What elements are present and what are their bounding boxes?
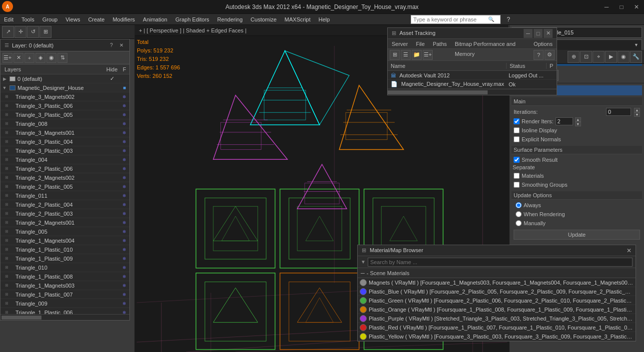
- layer-item[interactable]: ⊞ Triangle_2_Plastic_006 ❄: [0, 164, 129, 173]
- material-row[interactable]: Plastic_Blue ( VRayMtl ) [Foursquare_2_P…: [358, 287, 636, 296]
- material-search-input[interactable]: [368, 258, 633, 267]
- layer-item[interactable]: ⊞ Triangle_3_Magnets001 ❄: [0, 128, 129, 137]
- iterations-down[interactable]: ▼: [634, 112, 640, 117]
- at-tool-3[interactable]: 📁: [412, 50, 422, 60]
- menu-item-edit[interactable]: Edit: [0, 14, 17, 25]
- asset-scrollbar-thumb[interactable]: [388, 90, 488, 94]
- smooth-result-checkbox[interactable]: [514, 157, 520, 163]
- layer-item[interactable]: ⊞ Triangle_3_Magnets002 ❄: [0, 92, 129, 101]
- iterations-up[interactable]: ▲: [634, 108, 640, 112]
- at-menu-file[interactable]: File: [412, 39, 429, 49]
- material-row[interactable]: Plastic_Green ( VRayMtl ) [Foursquare_2_…: [358, 296, 636, 305]
- isoline-checkbox[interactable]: [514, 127, 520, 133]
- display-tab[interactable]: ◉: [618, 51, 630, 63]
- layer-item[interactable]: ⊞ Triangle_1_Magnets003 ❄: [0, 281, 129, 290]
- explicit-normals-checkbox[interactable]: [514, 136, 520, 142]
- at-menu-server[interactable]: Server: [388, 39, 412, 49]
- layer-delete-btn[interactable]: ✕: [13, 53, 23, 63]
- asset-row[interactable]: 📄 Magnetic_Designer_Toy_House_vray.max O…: [388, 80, 557, 89]
- render-iters-up[interactable]: ▲: [575, 117, 581, 122]
- create-tab[interactable]: ⊕: [568, 51, 580, 63]
- at-help[interactable]: ?: [534, 50, 544, 60]
- layer-item[interactable]: ⊞ Triangle_2_Plastic_003 ❄: [0, 209, 129, 218]
- at-menu-options[interactable]: Options: [530, 39, 557, 49]
- layer-item[interactable]: ⊞ Triangle_009 ❄: [0, 299, 129, 308]
- layers-scrollbar-thumb[interactable]: [1, 316, 41, 320]
- layer-item[interactable]: ⊞ Triangle_3_Plastic_006 ❄: [0, 101, 129, 110]
- asset-tracking-scrollbar[interactable]: [388, 89, 557, 95]
- asset-row[interactable]: 🏛 Autodesk Vault 2012 Logged Out ...: [388, 71, 557, 80]
- hierarchy-tab[interactable]: ⌖: [593, 51, 605, 63]
- material-row[interactable]: Plastic_Red ( VRayMtl ) [Foursquare_1_Pl…: [358, 323, 636, 332]
- iterations-input[interactable]: 0: [606, 108, 631, 116]
- material-browser-close[interactable]: ✕: [627, 247, 632, 254]
- layer-item[interactable]: ▼ Magnetic_Designer_House ■: [0, 83, 129, 92]
- layer-item[interactable]: ⊞ Triangle_2_Magnets002 ❄: [0, 173, 129, 182]
- move-tool[interactable]: ✛: [14, 26, 26, 38]
- asset-tracking-minimize[interactable]: ─: [524, 29, 533, 38]
- material-row[interactable]: Plastic_Yellow ( VRayMtl ) [Foursquare_3…: [358, 332, 636, 341]
- layers-help-btn[interactable]: ?: [107, 41, 115, 49]
- layer-item[interactable]: ⊞ Triangle_3_Plastic_003 ❄: [0, 146, 129, 155]
- menu-item-maxscript[interactable]: MAXScript: [281, 14, 315, 25]
- layers-close-btn[interactable]: ✕: [117, 41, 125, 49]
- asset-tracking-close[interactable]: ✕: [544, 29, 553, 38]
- menu-item-modifiers[interactable]: Modifiers: [108, 14, 139, 25]
- layer-visibility-check[interactable]: ✓: [104, 75, 119, 82]
- layer-select-btn[interactable]: ◈: [35, 53, 45, 63]
- layers-list[interactable]: ▶ 0 (default) ✓ ▼ Magnetic_Designer_Hous…: [0, 74, 129, 314]
- menu-item-group[interactable]: Group: [38, 14, 62, 25]
- manually-radio[interactable]: [516, 220, 522, 226]
- at-menu-paths[interactable]: Paths: [429, 39, 451, 49]
- when-render-radio[interactable]: [516, 211, 522, 217]
- menu-item-customize[interactable]: Customize: [247, 14, 281, 25]
- layer-item[interactable]: ⊞ Triangle_1_Plastic_006 ❄: [0, 308, 129, 314]
- layer-item[interactable]: ⊞ Triangle_1_Plastic_010 ❄: [0, 245, 129, 254]
- menu-item-tools[interactable]: Tools: [17, 14, 38, 25]
- asset-tracking-restore[interactable]: □: [534, 29, 543, 38]
- render-iters-checkbox[interactable]: [514, 118, 520, 124]
- layer-item[interactable]: ⊞ Triangle_004 ❄: [0, 155, 129, 164]
- layer-item[interactable]: ⊞ Triangle_1_Plastic_007 ❄: [0, 290, 129, 299]
- render-iters-spinner[interactable]: ▲ ▼: [575, 117, 581, 125]
- at-tool-1[interactable]: ⊞: [390, 50, 400, 60]
- layer-item[interactable]: ⊞ Triangle_010 ❄: [0, 263, 129, 272]
- at-settings[interactable]: ⚙: [545, 50, 555, 60]
- material-row[interactable]: Plastic_Orange ( VRayMtl ) [Foursquare_1…: [358, 305, 636, 314]
- layer-item[interactable]: ⊞ Triangle_1_Magnets004 ❄: [0, 236, 129, 245]
- minimize-button[interactable]: ─: [599, 0, 614, 14]
- motion-tab[interactable]: ▶: [605, 51, 617, 63]
- at-menu-bitmap[interactable]: Bitmap Performance and Memory: [451, 39, 530, 49]
- scale-tool[interactable]: ⊞: [39, 26, 51, 38]
- menu-item-views[interactable]: Views: [61, 14, 84, 25]
- restore-button[interactable]: □: [614, 0, 629, 14]
- material-row[interactable]: Magnets ( VRayMtl ) [Foursquare_1_Magnet…: [358, 278, 636, 287]
- smoothing-groups-checkbox[interactable]: [514, 182, 520, 188]
- layer-new-btn[interactable]: ☰+: [2, 53, 12, 63]
- layer-item[interactable]: ⊞ Triangle_2_Plastic_005 ❄: [0, 182, 129, 191]
- at-tool-4[interactable]: ☰+: [423, 50, 433, 60]
- search-help-btn[interactable]: ?: [503, 14, 514, 25]
- layer-item[interactable]: ⊞ Triangle_008 ❄: [0, 119, 129, 128]
- menu-item-rendering[interactable]: Rendering: [213, 14, 247, 25]
- layer-item[interactable]: ⊞ Triangle_1_Plastic_009 ❄: [0, 254, 129, 263]
- layer-item[interactable]: ⊞ Triangle_1_Plastic_008 ❄: [0, 272, 129, 281]
- at-tool-2[interactable]: ☰: [401, 50, 411, 60]
- menu-item-animation[interactable]: Animation: [139, 14, 171, 25]
- menu-item-help[interactable]: Help: [315, 14, 334, 25]
- iterations-spinner[interactable]: ▲ ▼: [634, 108, 640, 116]
- layer-item[interactable]: ⊞ Triangle_2_Magnets001 ❄: [0, 218, 129, 227]
- utilities-tab[interactable]: 🔧: [630, 51, 642, 63]
- layers-horizontal-scrollbar[interactable]: [0, 314, 129, 320]
- render-iters-down[interactable]: ▼: [575, 122, 581, 126]
- layer-highlight-btn[interactable]: ◉: [46, 53, 56, 63]
- layer-item[interactable]: ⊞ Triangle_011 ❄: [0, 191, 129, 200]
- layer-item[interactable]: ⊞ Triangle_2_Plastic_004 ❄: [0, 200, 129, 209]
- search-input[interactable]: [413, 16, 484, 22]
- layer-item[interactable]: ⊞ Triangle_3_Plastic_004 ❄: [0, 137, 129, 146]
- update-button[interactable]: Update: [514, 230, 640, 240]
- always-radio[interactable]: [516, 202, 522, 208]
- layer-add-btn[interactable]: +: [24, 53, 34, 63]
- render-iters-input[interactable]: 2: [556, 117, 573, 125]
- layer-item[interactable]: ⊞ Triangle_005 ❄: [0, 227, 129, 236]
